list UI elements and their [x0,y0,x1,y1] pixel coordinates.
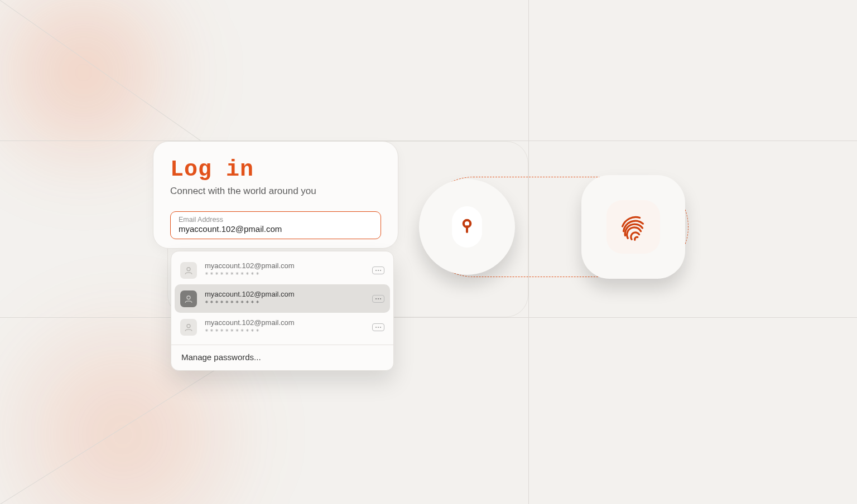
credential-more-button[interactable] [372,266,384,274]
credential-password-mask: *********** [205,271,364,279]
login-card: Log in Connect with the world around you… [153,141,398,249]
credential-password-mask: *********** [205,299,364,307]
avatar-icon [180,290,197,307]
decor-line [0,317,857,318]
svg-point-12 [378,326,379,327]
svg-point-5 [380,269,381,270]
keyhole-icon [452,206,482,248]
login-title: Log in [170,157,381,182]
manage-passwords-link[interactable]: Manage passwords... [171,345,393,370]
credential-more-button[interactable] [372,323,384,331]
credential-email: myaccount.102@pmail.com [205,261,364,270]
keyhole-badge [423,183,511,271]
svg-point-4 [378,269,379,270]
email-input[interactable] [179,224,373,234]
svg-point-7 [375,298,377,299]
svg-point-11 [375,326,377,327]
fingerprint-icon [616,210,651,244]
credential-option[interactable]: myaccount.102@pmail.com *********** [175,284,390,313]
credential-option[interactable]: myaccount.102@pmail.com *********** [171,256,393,284]
login-subtitle: Connect with the world around you [170,186,381,197]
email-label: Email Address [179,216,373,224]
fingerprint-badge [585,179,681,275]
svg-point-2 [187,267,190,270]
password-autofill-popup: myaccount.102@pmail.com *********** myac… [171,251,394,371]
credential-option[interactable]: myaccount.102@pmail.com *********** [171,313,393,341]
email-field[interactable]: Email Address [170,211,381,239]
svg-point-13 [380,326,381,327]
svg-point-9 [380,298,381,299]
credential-email: myaccount.102@pmail.com [205,318,364,327]
credential-email: myaccount.102@pmail.com [205,290,364,299]
avatar-icon [180,262,197,279]
credential-more-button[interactable] [372,295,384,303]
svg-point-10 [187,324,190,327]
credential-password-mask: *********** [205,328,364,336]
svg-point-6 [187,295,190,299]
svg-point-8 [378,298,379,299]
avatar-icon [180,319,197,336]
svg-point-3 [375,269,377,270]
svg-rect-1 [466,225,468,233]
